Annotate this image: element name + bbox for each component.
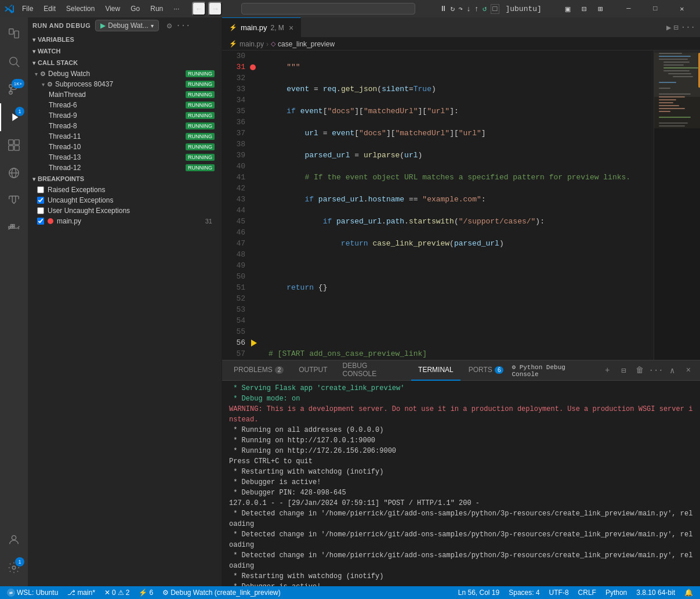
call-stack-thread6[interactable]: Thread-6 RUNNING [32, 100, 217, 110]
breadcrumb-file[interactable]: main.py [240, 40, 264, 48]
debug-toolbar-stepinto[interactable]: ↓ [466, 5, 471, 13]
menu-selection[interactable]: Selection [61, 3, 99, 14]
terminal-line-15: * Restarting with watchdog (inotify) [229, 571, 693, 582]
activity-explorer[interactable] [0, 20, 28, 48]
search-input[interactable] [241, 3, 415, 15]
call-stack-debug-watch[interactable]: ▾ ⚙ Debug Watch RUNNING [32, 68, 217, 79]
menu-view[interactable]: View [100, 3, 125, 14]
tab-output[interactable]: OUTPUT [292, 360, 334, 381]
split-terminal-icon[interactable]: ⊟ [616, 363, 630, 377]
layout-btn[interactable]: ▣ [561, 2, 575, 16]
activity-source-control[interactable]: 1K+ [0, 75, 28, 103]
tab-main-py[interactable]: ⚡ main.py 2, M × [222, 17, 301, 38]
status-spaces[interactable]: Spaces: 4 [506, 586, 542, 599]
status-notifications[interactable]: 🔔 [682, 586, 695, 599]
debug-toolbar-stepout[interactable]: ↑ [474, 5, 479, 13]
more-panel-icon[interactable]: ··· [649, 363, 663, 377]
activity-remote[interactable] [0, 159, 28, 187]
layout-btn2[interactable]: ⊟ [577, 2, 591, 16]
menu-run[interactable]: Run [146, 3, 168, 14]
bp-raised-exceptions[interactable]: Raised Exceptions [32, 185, 217, 195]
call-stack-thread12[interactable]: Thread-12 RUNNING [32, 163, 217, 173]
activity-settings[interactable]: 1 [0, 554, 28, 582]
variables-section-header[interactable]: ▾ VARIABLES [28, 34, 222, 45]
bp-main-py[interactable]: main.py 31 [32, 216, 217, 226]
status-language[interactable]: Python [603, 586, 629, 599]
minimize-button[interactable]: ─ [615, 0, 642, 17]
debug-settings-icon[interactable]: ⚙ [164, 20, 175, 31]
menu-file[interactable]: File [17, 3, 38, 14]
code-content[interactable]: """ event = req.get_json(silent=True) if… [262, 50, 654, 360]
maximize-button[interactable]: □ [642, 0, 669, 17]
back-button[interactable]: ← [192, 2, 206, 16]
code-editor[interactable]: 30 31 32 33 34 35 36 37 38 39 40 41 42 4… [222, 50, 700, 360]
add-terminal-icon[interactable]: + [600, 363, 614, 377]
split-editor-icon[interactable]: ⊟ [673, 23, 678, 33]
status-eol[interactable]: CRLF [576, 586, 599, 599]
activity-docker[interactable] [0, 215, 28, 243]
debug-toolbar-stop[interactable]: □ [491, 4, 500, 14]
status-encoding[interactable]: UTF-8 [547, 586, 571, 599]
debug-more-icon[interactable]: ··· [177, 20, 189, 31]
activity-extensions[interactable] [0, 131, 28, 159]
bp-user-uncaught-checkbox[interactable] [37, 207, 44, 214]
more-actions-icon[interactable]: ··· [681, 23, 695, 32]
menu-more[interactable]: ··· [169, 3, 184, 14]
layout-btn3[interactable]: ⊞ [593, 2, 607, 16]
ln-46: 46 [222, 227, 245, 238]
tab-problems[interactable]: PROBLEMS 2 [227, 360, 291, 381]
watch-section-header[interactable]: ▾ WATCH [28, 45, 222, 57]
close-panel-icon[interactable]: × [681, 363, 695, 377]
collapse-panel-icon[interactable]: ∧ [665, 363, 679, 377]
tab-bar: ⚡ main.py 2, M × ▶ ⊟ ··· [222, 17, 700, 38]
tab-ports[interactable]: PORTS 6 [462, 360, 511, 381]
call-stack-thread13[interactable]: Thread-13 RUNNING [32, 152, 217, 163]
status-arch[interactable]: 3.8.10 64-bit [634, 586, 677, 599]
activity-run-debug[interactable]: 1 [0, 103, 28, 131]
close-button[interactable]: ✕ [669, 0, 695, 17]
terminal-line-7: Press CTRL+C to quit [229, 456, 693, 467]
python-file-icon: ⚡ [229, 24, 237, 31]
menu-go[interactable]: Go [126, 3, 144, 14]
status-wsl[interactable]: ⇄ WSL: Ubuntu [5, 586, 60, 599]
debug-toolbar-stepover[interactable]: ↷ [458, 4, 463, 13]
bp-uncaught-checkbox[interactable] [37, 197, 44, 204]
ln-37: 37 [222, 128, 245, 139]
forward-button[interactable]: → [208, 2, 222, 16]
call-stack-section-header[interactable]: ▾ CALL STACK [28, 57, 222, 68]
bp-mainpy-checkbox[interactable] [37, 218, 44, 225]
menu-edit[interactable]: Edit [39, 3, 60, 14]
ports-label: PORTS [469, 366, 492, 374]
status-branch[interactable]: ⎇ main* [65, 586, 97, 599]
call-stack-thread10[interactable]: Thread-10 RUNNING [32, 142, 217, 152]
debug-toolbar-restart[interactable]: ↻ [451, 4, 455, 13]
breadcrumb-function[interactable]: case_link_preview [278, 40, 335, 48]
bp-uncaught-exceptions[interactable]: Uncaught Exceptions [32, 195, 217, 205]
call-stack-thread9[interactable]: Thread-9 RUNNING [32, 110, 217, 121]
ln-44: 44 [222, 205, 245, 216]
call-stack-mainthread[interactable]: MainThread RUNNING [32, 89, 217, 100]
run-code-icon[interactable]: ▶ [666, 23, 671, 33]
call-stack-thread11[interactable]: Thread-11 RUNNING [32, 131, 217, 142]
status-errors[interactable]: ✕ 0 ⚠ 2 [102, 586, 132, 599]
tab-close-icon[interactable]: × [289, 23, 293, 33]
tab-debug-console[interactable]: DEBUG CONSOLE [336, 360, 410, 381]
debug-toolbar-pause[interactable]: ⏸ [440, 5, 447, 13]
activity-accounts[interactable] [0, 526, 28, 554]
status-debug-count[interactable]: ⚡ 6 [136, 586, 155, 599]
activity-test[interactable] [0, 187, 28, 215]
call-stack-thread8[interactable]: Thread-8 RUNNING [32, 121, 217, 131]
tab-terminal[interactable]: TERMINAL [411, 360, 460, 381]
status-ln-col[interactable]: Ln 56, Col 19 [456, 586, 502, 599]
status-task[interactable]: ⚙ Debug Watch (create_link_preview) [160, 586, 283, 599]
kill-terminal-icon[interactable]: 🗑 [633, 363, 647, 377]
bp-user-uncaught[interactable]: User Uncaught Exceptions [32, 205, 217, 216]
breakpoints-section-header[interactable]: ▾ BREAKPOINTS [28, 173, 222, 185]
activity-search[interactable] [0, 48, 28, 75]
terminal-content[interactable]: * Serving Flask app 'create_link_preview… [222, 381, 700, 586]
call-stack-subprocess[interactable]: ▾ ⚙ Subprocess 80437 RUNNING [32, 79, 217, 89]
debug-config-dropdown[interactable]: ▶ Debug Wat... ▾ [95, 20, 159, 31]
debug-toolbar-continue[interactable]: ↺ [483, 4, 487, 13]
bp-raised-checkbox[interactable] [37, 186, 44, 193]
ln-30: 30 [222, 50, 245, 62]
